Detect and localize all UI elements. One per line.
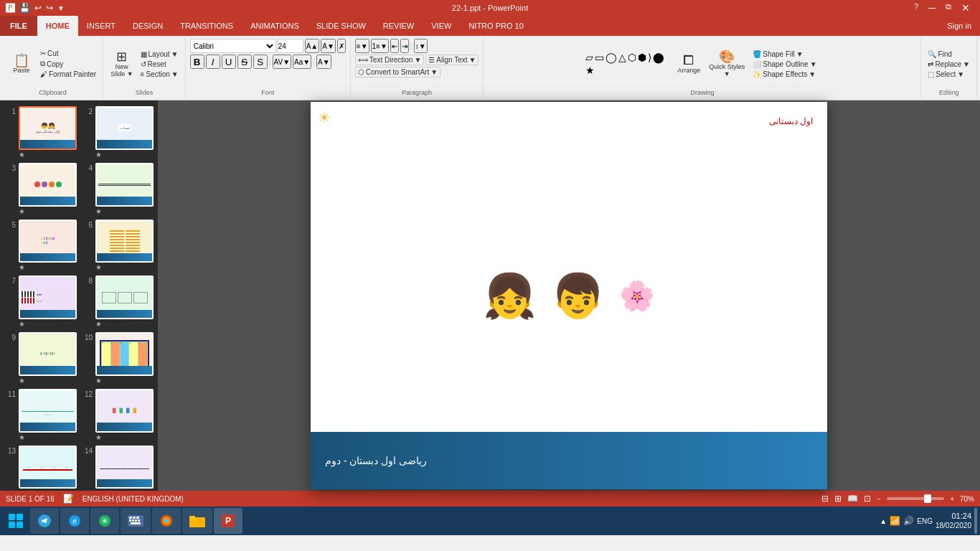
quick-access-save[interactable]: 💾 bbox=[19, 3, 30, 13]
slide-2-thumbnail[interactable]: حساب bbox=[95, 106, 154, 150]
slide-thumb-8[interactable]: 8 ★ bbox=[81, 276, 154, 328]
slide-thumb-14[interactable]: 14 ⌢⌢⌢ ★ bbox=[81, 446, 154, 491]
char-spacing-button[interactable]: AV▼ bbox=[273, 55, 292, 69]
tab-transitions[interactable]: TRANSITIONS bbox=[171, 16, 242, 36]
slide-12-thumbnail[interactable]: ▐▌ ▐▌ ▐▌ ▐▌ bbox=[95, 389, 154, 433]
slide-thumb-7[interactable]: 7 ●●● ○○○ bbox=[4, 276, 77, 328]
slide-9-thumbnail[interactable]: 1234 5678 bbox=[19, 332, 77, 376]
replace-button[interactable]: ⇄Replace▼ bbox=[925, 60, 972, 69]
line-spacing-button[interactable]: ↕▼ bbox=[414, 39, 428, 53]
slide-thumb-6[interactable]: 6 ★ bbox=[81, 220, 154, 272]
show-desktop[interactable] bbox=[974, 508, 977, 534]
cut-button[interactable]: ✂Cut bbox=[38, 49, 98, 58]
tab-file[interactable]: FILE bbox=[0, 16, 37, 36]
slide-5-thumbnail[interactable]: 123 456 789 bbox=[19, 220, 77, 263]
arrange-button[interactable]: ⧠ Arrange bbox=[674, 52, 703, 75]
slide-14-thumbnail[interactable]: ⌢⌢⌢ bbox=[95, 446, 154, 489]
quick-access-undo[interactable]: ↩ bbox=[34, 3, 42, 13]
numbered-list-button[interactable]: 1≡▼ bbox=[371, 39, 389, 53]
tab-nitro[interactable]: NITRO PRO 10 bbox=[460, 16, 532, 36]
slide-8-thumbnail[interactable] bbox=[95, 276, 154, 319]
tab-insert[interactable]: INSERT bbox=[78, 16, 124, 36]
quick-styles-button[interactable]: 🎨 Quick Styles▼ bbox=[706, 49, 748, 79]
text-shadow-button[interactable]: S bbox=[253, 55, 268, 69]
slide-thumb-3[interactable]: 3 ★ bbox=[4, 163, 77, 215]
tab-view[interactable]: VIEW bbox=[423, 16, 460, 36]
tray-expand[interactable]: ▲ bbox=[880, 517, 887, 525]
taskbar-browser2[interactable] bbox=[90, 508, 119, 534]
font-color-button[interactable]: A▼ bbox=[316, 55, 331, 69]
zoom-slider[interactable] bbox=[887, 497, 944, 500]
shape-effects-button[interactable]: ✨Shape Effects▼ bbox=[750, 70, 819, 79]
font-size-decrease[interactable]: A▼ bbox=[321, 39, 336, 53]
taskbar-powerpoint[interactable]: P bbox=[214, 508, 242, 534]
slide-7-thumbnail[interactable]: ●●● ○○○ bbox=[19, 276, 77, 319]
convert-smartart-button[interactable]: ⬡Convert to SmartArt▼ bbox=[355, 67, 440, 77]
shapes-palette[interactable]: ▱ ▭ ◯ △ ⬡ ⬢ ⟩ ⬤ ★ bbox=[585, 52, 672, 76]
taskbar-ie[interactable]: e bbox=[60, 508, 89, 534]
new-slide-button[interactable]: ⊞ New Slide ▼ bbox=[108, 49, 136, 79]
slide-11-thumbnail[interactable]: ○ ○ ○ bbox=[19, 389, 77, 433]
slide-thumb-11[interactable]: 11 ○ ○ ○ ★ bbox=[4, 389, 77, 441]
taskbar-keyboard[interactable] bbox=[121, 508, 151, 534]
reading-view-btn[interactable]: 📖 bbox=[847, 494, 858, 504]
section-button[interactable]: ≡Section▼ bbox=[138, 70, 181, 79]
slide-sorter-btn[interactable]: ⊞ bbox=[834, 494, 842, 504]
text-direction-button[interactable]: ⟺Text Direction▼ bbox=[355, 55, 424, 65]
quick-access-customize[interactable]: ▼ bbox=[57, 4, 65, 12]
quick-access-redo[interactable]: ↪ bbox=[46, 3, 53, 13]
zoom-out-btn[interactable]: − bbox=[877, 495, 881, 503]
sign-in[interactable]: Sign in bbox=[938, 22, 980, 30]
strikethrough-button[interactable]: S bbox=[237, 55, 252, 69]
taskbar-firefox[interactable] bbox=[152, 508, 181, 534]
slide-13-thumbnail[interactable]: ○○○○ bbox=[19, 446, 77, 489]
tab-animations[interactable]: ANIMATIONS bbox=[242, 16, 308, 36]
reset-button[interactable]: ↺Reset bbox=[138, 60, 181, 69]
font-family-select[interactable]: Calibri bbox=[190, 39, 276, 53]
format-painter-button[interactable]: 🖌Format Painter bbox=[38, 70, 98, 79]
bold-button[interactable]: B bbox=[190, 55, 204, 69]
tab-design[interactable]: DESIGN bbox=[124, 16, 171, 36]
slide-3-thumbnail[interactable] bbox=[19, 163, 77, 207]
zoom-in-btn[interactable]: + bbox=[950, 495, 954, 503]
select-button[interactable]: ⬚Select▼ bbox=[925, 70, 972, 79]
copy-button[interactable]: ⧉Copy bbox=[38, 59, 98, 69]
slide-thumb-10[interactable]: 10 12345 ★ bbox=[81, 332, 154, 385]
help-btn[interactable]: ? bbox=[910, 2, 923, 14]
slide-10-thumbnail[interactable]: 12345 bbox=[95, 332, 154, 376]
start-button[interactable] bbox=[3, 508, 29, 534]
slide-thumb-9[interactable]: 9 1234 5678 ★ bbox=[4, 332, 77, 385]
italic-button[interactable]: I bbox=[206, 55, 220, 69]
decrease-indent-button[interactable]: ⇤ bbox=[390, 39, 399, 53]
layout-button[interactable]: ▦Layout▼ bbox=[138, 50, 181, 59]
shape-fill-button[interactable]: 🪣Shape Fill▼ bbox=[750, 50, 819, 59]
slide-canvas[interactable]: اول دبستانی 👧 👦 🌸 ریاضی اول دبستان - دوم… bbox=[311, 102, 827, 489]
taskbar-telegram[interactable] bbox=[30, 508, 59, 534]
tab-slide-show[interactable]: SLIDE SHOW bbox=[308, 16, 374, 36]
slide-thumb-12[interactable]: 12 ▐▌ ▐▌ ▐▌ ▐▌ ★ bbox=[81, 389, 154, 441]
slide-1-thumbnail[interactable]: 👦👧 اول دبستانی دوم bbox=[19, 106, 77, 150]
shape-outline-button[interactable]: ⬜Shape Outline▼ bbox=[750, 60, 819, 69]
slide-thumb-1[interactable]: 1 👦👧 اول دبستانی دوم ★ bbox=[4, 106, 77, 159]
increase-indent-button[interactable]: ⇥ bbox=[400, 39, 409, 53]
paste-button[interactable]: 📋 Paste bbox=[7, 52, 36, 75]
tab-home[interactable]: HOME bbox=[37, 16, 78, 36]
normal-view-btn[interactable]: ⊟ bbox=[821, 494, 829, 504]
slide-thumb-13[interactable]: 13 ○○○○ ★ bbox=[4, 446, 77, 491]
tray-lang[interactable]: ENG bbox=[917, 517, 933, 525]
presenter-view-btn[interactable]: ⊡ bbox=[864, 494, 871, 504]
notes-icon[interactable]: 📝 bbox=[63, 494, 74, 504]
align-text-button[interactable]: ☰Align Text▼ bbox=[425, 55, 479, 65]
slide-4-thumbnail[interactable] bbox=[95, 163, 154, 207]
font-size-input[interactable] bbox=[278, 39, 303, 53]
change-case-button[interactable]: Aa▼ bbox=[293, 55, 311, 69]
clear-formatting[interactable]: ✗ bbox=[337, 39, 346, 53]
zoom-level[interactable]: 70% bbox=[960, 495, 974, 503]
slide-thumb-5[interactable]: 5 123 456 789 ★ bbox=[4, 220, 77, 272]
bullet-list-button[interactable]: ≡▼ bbox=[355, 39, 369, 53]
font-size-increase[interactable]: A▲ bbox=[305, 39, 320, 53]
slide-thumb-4[interactable]: 4 ★ bbox=[81, 163, 154, 215]
restore-btn[interactable]: ⧉ bbox=[941, 2, 956, 14]
tab-review[interactable]: REVIEW bbox=[374, 16, 423, 36]
slides-panel[interactable]: 1 👦👧 اول دبستانی دوم ★ bbox=[0, 100, 158, 491]
